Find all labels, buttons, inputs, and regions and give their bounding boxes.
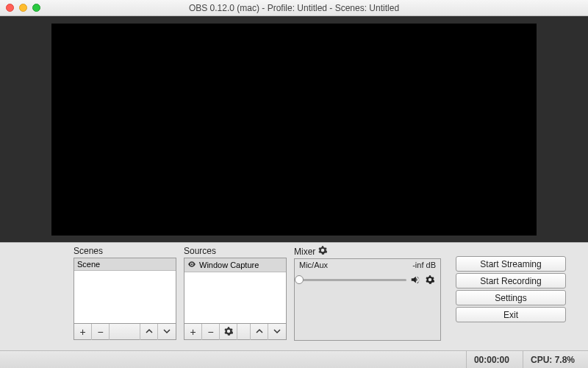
volume-slider-thumb[interactable] (295, 275, 304, 284)
titlebar: OBS 0.12.0 (mac) - Profile: Untitled - S… (0, 0, 588, 16)
scenes-toolbar-spacer (110, 324, 140, 340)
close-window-button[interactable] (6, 4, 14, 12)
scene-item[interactable]: Scene (74, 258, 176, 271)
sources-toolbar: + − (184, 324, 287, 340)
start-streaming-button[interactable]: Start Streaming (456, 256, 566, 272)
bottom-panels: Scenes Scene + − (0, 243, 588, 349)
settings-button[interactable]: Settings (456, 290, 566, 305)
minus-icon: − (207, 326, 213, 338)
source-move-down-button[interactable] (268, 324, 286, 340)
volume-slider[interactable] (299, 279, 406, 281)
gear-icon (224, 326, 233, 338)
mixer-settings-button[interactable] (318, 246, 327, 257)
mixer-header: Mixer (294, 246, 441, 257)
start-recording-button[interactable]: Start Recording (456, 273, 566, 289)
eye-icon[interactable] (187, 260, 196, 270)
chevron-up-icon (255, 326, 264, 338)
sources-listbox[interactable]: Window Capture (184, 258, 287, 324)
control-buttons: Start Streaming Start Recording Settings… (456, 246, 566, 349)
window-controls (6, 4, 40, 12)
plus-icon: + (79, 326, 85, 338)
scenes-listbox[interactable]: Scene (74, 258, 176, 324)
plus-icon: + (190, 326, 196, 338)
status-bar: 00:00:00 CPU: 7.8% (0, 350, 588, 368)
exit-button[interactable]: Exit (456, 307, 566, 322)
mixer-channel-name: Mic/Aux (299, 261, 328, 269)
speaker-icon (410, 275, 420, 285)
minimize-window-button[interactable] (19, 4, 27, 12)
add-source-button[interactable]: + (184, 324, 202, 340)
mixer-slider-row (295, 271, 440, 289)
mixer-label: Mixer (294, 247, 315, 257)
chevron-up-icon (145, 326, 154, 338)
mixer-channel-row: Mic/Aux -inf dB (295, 259, 440, 271)
add-scene-button[interactable]: + (74, 324, 92, 340)
chevron-down-icon (162, 326, 171, 338)
svg-point-0 (191, 263, 193, 265)
sources-toolbar-spacer (237, 324, 251, 340)
zoom-window-button[interactable] (32, 4, 40, 12)
scenes-label: Scenes (74, 246, 176, 256)
preview-canvas[interactable] (51, 24, 537, 236)
preview-area (0, 16, 588, 243)
scenes-panel: Scenes Scene + − (74, 246, 176, 349)
mixer-panel: Mixer Mic/Aux -inf dB (294, 246, 441, 349)
scenes-toolbar: + − (74, 324, 176, 340)
mute-button[interactable] (409, 274, 421, 286)
status-time: 00:00:00 (466, 351, 517, 368)
status-cpu: CPU: 7.8% (523, 351, 582, 368)
scene-move-down-button[interactable] (158, 324, 176, 340)
source-properties-button[interactable] (220, 324, 237, 340)
mixer-channel-level: -inf dB (412, 261, 436, 269)
remove-source-button[interactable]: − (202, 324, 220, 340)
channel-settings-button[interactable] (424, 274, 436, 286)
scene-move-up-button[interactable] (140, 324, 158, 340)
window-title: OBS 0.12.0 (mac) - Profile: Untitled - S… (189, 3, 399, 13)
source-item-label: Window Capture (199, 261, 259, 269)
scene-item-label: Scene (77, 260, 100, 269)
mixer-box: Mic/Aux -inf dB (294, 258, 441, 341)
chevron-down-icon (273, 326, 282, 338)
source-move-up-button[interactable] (251, 324, 268, 340)
remove-scene-button[interactable]: − (92, 324, 110, 340)
source-item[interactable]: Window Capture (184, 258, 286, 272)
sources-label: Sources (184, 246, 287, 256)
sources-panel: Sources Window Capture + − (184, 246, 287, 349)
minus-icon: − (97, 326, 103, 338)
gear-icon (426, 275, 434, 284)
